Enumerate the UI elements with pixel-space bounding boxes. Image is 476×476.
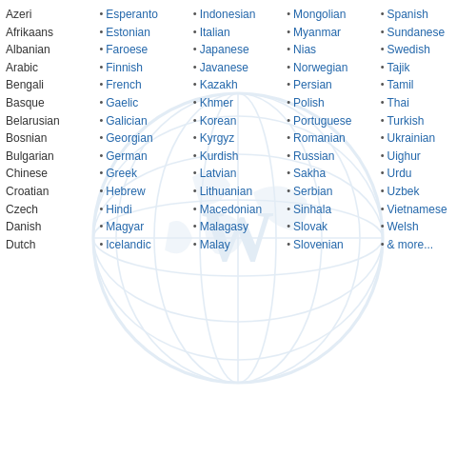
language-label[interactable]: Chinese [6,165,48,183]
language-label[interactable]: Romanian [293,129,346,148]
list-item[interactable]: •Persian [287,76,376,94]
list-item[interactable]: •Myanmar [287,24,376,42]
list-item[interactable]: •Magyar [99,218,188,236]
language-label[interactable]: Malagasy [200,218,248,236]
list-item[interactable]: Bosnian [6,129,95,148]
language-label[interactable]: Vietnamese [387,201,446,219]
list-item[interactable]: Bengali [6,76,95,94]
language-label[interactable]: Myanmar [293,24,341,42]
list-item[interactable]: •Kyrgyz [193,129,283,148]
list-item[interactable]: Albanian [6,41,95,59]
list-item[interactable]: •Kurdish [193,148,283,166]
list-item[interactable]: •Turkish [381,112,470,130]
language-label[interactable]: Russian [293,148,334,166]
language-label[interactable]: Afrikaans [6,24,53,42]
language-label[interactable]: & more... [387,236,433,254]
list-item[interactable]: •Tajik [381,59,470,77]
list-item[interactable]: •Norwegian [287,59,376,77]
language-label[interactable]: Uzbek [387,183,419,201]
language-label[interactable]: Esperanto [106,6,158,24]
language-label[interactable]: Macedonian [200,201,262,219]
language-label[interactable]: Estonian [106,24,150,42]
list-item[interactable]: •Icelandic [99,236,188,254]
language-label[interactable]: Persian [293,76,332,94]
list-item[interactable]: •Slovak [287,218,376,236]
language-label[interactable]: Mongolian [293,6,346,24]
language-label[interactable]: Lithuanian [200,183,252,201]
list-item[interactable]: •Swedish [381,41,470,59]
language-label[interactable]: Javanese [200,59,248,77]
language-label[interactable]: Malay [200,236,230,254]
list-item[interactable]: •Khmer [193,94,283,112]
list-item[interactable]: •Vietnamese [381,201,470,219]
list-item[interactable]: •Italian [193,24,283,42]
language-label[interactable]: Kyrgyz [200,129,235,148]
language-label[interactable]: Galician [106,112,147,130]
list-item[interactable]: •Malagasy [193,218,283,236]
language-label[interactable]: Finnish [106,59,143,77]
language-label[interactable]: Portuguese [293,112,351,130]
list-item[interactable]: Belarusian [6,112,95,130]
language-label[interactable]: Slovak [293,218,327,236]
language-label[interactable]: Georgian [106,129,152,148]
language-label[interactable]: French [106,76,141,94]
list-item[interactable]: Afrikaans [6,24,95,42]
language-label[interactable]: Slovenian [293,236,344,254]
list-item[interactable]: •Urdu [381,165,470,183]
language-label[interactable]: Latvian [200,165,237,183]
list-item[interactable]: •Estonian [99,24,188,42]
language-label[interactable]: Norwegian [293,59,347,77]
language-label[interactable]: Arabic [6,59,38,77]
list-item[interactable]: •Hebrew [99,183,188,201]
language-label[interactable]: Swedish [387,41,429,59]
list-item[interactable]: •Japanese [193,41,283,59]
language-label[interactable]: Icelandic [106,236,150,254]
language-label[interactable]: Nias [293,41,316,59]
list-item[interactable]: •Slovenian [287,236,376,254]
language-label[interactable]: Kurdish [200,148,239,166]
list-item[interactable]: •Esperanto [99,6,188,24]
language-label[interactable]: Basque [6,94,45,112]
list-item[interactable]: •Greek [99,165,188,183]
language-label[interactable]: German [106,148,147,166]
list-item[interactable]: Azeri [6,6,95,24]
list-item[interactable]: •Romanian [287,129,376,148]
list-item[interactable]: •Portuguese [287,112,376,130]
language-label[interactable]: Bosnian [6,129,47,148]
language-label[interactable]: Tamil [387,76,413,94]
language-label[interactable]: Faroese [106,41,148,59]
language-label[interactable]: Indonesian [200,6,256,24]
language-label[interactable]: Dutch [6,236,35,254]
language-label[interactable]: Welsh [387,218,418,236]
language-label[interactable]: Urdu [387,165,411,183]
language-label[interactable]: Magyar [106,218,144,236]
list-item[interactable]: •Sakha [287,165,376,183]
list-item[interactable]: •Welsh [381,218,470,236]
list-item[interactable]: •Nias [287,41,376,59]
list-item[interactable]: Arabic [6,59,95,77]
list-item[interactable]: •Macedonian [193,201,283,219]
list-item[interactable]: •Korean [193,112,283,130]
language-label[interactable]: Danish [6,218,41,236]
language-label[interactable]: Sundanese [387,24,445,42]
list-item[interactable]: •Spanish [381,6,470,24]
language-label[interactable]: Bengali [6,76,44,94]
language-label[interactable]: Sakha [293,165,326,183]
language-label[interactable]: Korean [200,112,237,130]
list-item[interactable]: •Hindi [99,201,188,219]
language-label[interactable]: Hindi [106,201,131,219]
language-label[interactable]: Azeri [6,6,31,24]
list-item[interactable]: •Ukrainian [381,129,470,148]
language-label[interactable]: Italian [200,24,230,42]
list-item[interactable]: •Tamil [381,76,470,94]
language-label[interactable]: Hebrew [106,183,145,201]
list-item[interactable]: •Latvian [193,165,283,183]
language-label[interactable]: Gaelic [106,94,138,112]
list-item[interactable]: •Faroese [99,41,188,59]
list-item[interactable]: Basque [6,94,95,112]
list-item[interactable]: •Sinhala [287,201,376,219]
list-item[interactable]: •Russian [287,148,376,166]
list-item[interactable]: Czech [6,201,95,219]
list-item[interactable]: •Kazakh [193,76,283,94]
list-item[interactable]: •& more... [381,236,470,254]
